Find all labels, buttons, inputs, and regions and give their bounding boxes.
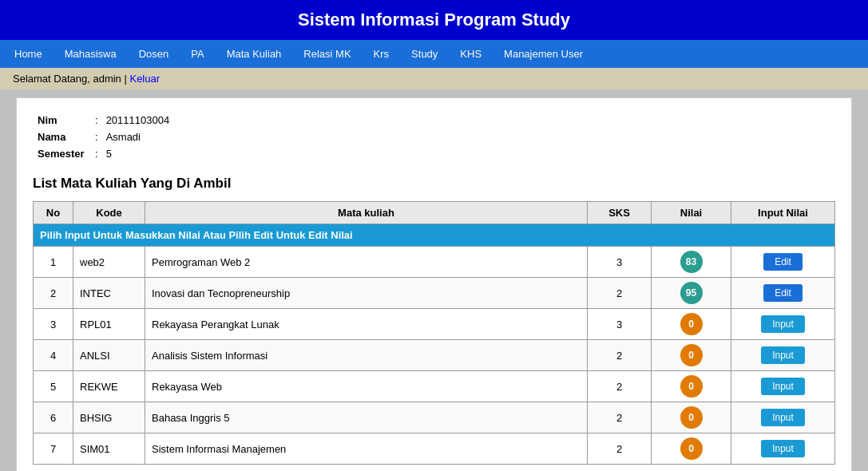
cell-matakuliah: Sistem Informasi Manajemen [145,433,588,465]
cell-no: 1 [34,247,73,278]
nama-sep: : [92,129,101,144]
table-row: 2 INTEC Inovasi dan Tecnopreneurship 2 9… [34,278,835,309]
nilai-badge: 0 [680,344,703,366]
logout-link[interactable]: Keluar [129,73,160,85]
cell-sks: 2 [588,402,652,433]
action-button[interactable]: Input [761,346,805,364]
nim-label: Nim [34,113,90,128]
welcome-text: Selamat Datang, admin | [13,73,127,85]
cell-sks: 2 [588,433,652,465]
nilai-badge: 0 [680,406,703,429]
table-row: 1 web2 Pemrograman Web 2 3 83 Edit [34,247,835,278]
nav-item-matakuliah[interactable]: Mata Kuliah [216,40,293,68]
cell-sks: 2 [588,371,652,402]
cell-sks: 3 [588,247,652,278]
cell-kode: REKWE [73,371,145,402]
cell-action: Input [731,309,835,340]
table-header-row: No Kode Mata kuliah SKS Nilai Input Nila… [34,202,835,224]
cell-no: 3 [34,309,73,340]
col-matakuliah: Mata kuliah [145,202,588,224]
cell-action: Input [731,402,835,433]
cell-no: 5 [34,371,73,402]
cell-no: 6 [34,402,73,433]
semester-label: Semester [34,146,90,161]
student-info: Nim : 20111103004 Nama : Asmadi Semester… [33,111,835,163]
cell-action: Input [731,433,835,465]
nim-value: 20111103004 [103,113,173,128]
cell-nilai: 0 [652,309,731,340]
cell-matakuliah: Rekayasa Perangkat Lunak [145,309,588,340]
nama-label: Nama [34,129,90,144]
nav-item-home[interactable]: Home [3,40,54,68]
cell-nilai: 0 [652,371,731,402]
col-input-nilai: Input Nilai [731,202,835,224]
info-row: Pilih Input Untuk Masukkan Nilai Atau Pi… [34,224,835,247]
cell-kode: web2 [73,247,145,278]
action-button[interactable]: Input [761,378,805,395]
nav-item-khs[interactable]: KHS [449,40,493,68]
welcome-bar: Selamat Datang, admin | Keluar [0,68,868,89]
page-header: Sistem Informasi Program Study [0,0,868,40]
cell-matakuliah: Inovasi dan Tecnopreneurship [145,278,588,309]
nav-item-study[interactable]: Study [400,40,449,68]
nilai-badge: 0 [680,375,703,398]
cell-sks: 2 [588,340,652,371]
action-button[interactable]: Input [761,409,805,426]
cell-kode: ANLSI [73,340,145,371]
nav-item-pa[interactable]: PA [180,40,215,68]
cell-matakuliah: Analisis Sistem Informasi [145,340,588,371]
cell-sks: 2 [588,278,652,309]
action-button[interactable]: Edit [763,284,803,302]
table-row: 5 REKWE Rekayasa Web 2 0 Input [34,371,835,402]
nav-item-dosen[interactable]: Dosen [128,40,180,68]
cell-kode: SIM01 [73,433,145,465]
cell-nilai: 0 [652,433,731,465]
col-sks: SKS [588,202,652,224]
cell-nilai: 0 [652,402,731,433]
nilai-badge: 95 [680,282,703,304]
nav-item-manajemenuser[interactable]: Manajemen User [493,40,594,68]
data-table: No Kode Mata kuliah SKS Nilai Input Nila… [33,201,835,465]
cell-kode: RPL01 [73,309,145,340]
cell-sks: 3 [588,309,652,340]
col-kode: Kode [73,202,145,224]
cell-matakuliah: Rekayasa Web [145,371,588,402]
table-row: 4 ANLSI Analisis Sistem Informasi 2 0 In… [34,340,835,371]
cell-action: Edit [731,247,835,278]
section-title: List Mata Kuliah Yang Di Ambil [33,176,835,192]
cell-kode: INTEC [73,278,145,309]
action-button[interactable]: Input [761,440,805,457]
cell-nilai: 83 [652,247,731,278]
semester-value: 5 [103,146,173,161]
table-row: 7 SIM01 Sistem Informasi Manajemen 2 0 I… [34,433,835,465]
cell-no: 7 [34,433,73,465]
nav-item-krs[interactable]: Krs [363,40,401,68]
nilai-badge: 0 [680,313,703,335]
cell-action: Input [731,340,835,371]
nav-item-mahasiswa[interactable]: Mahasiswa [54,40,128,68]
cell-nilai: 95 [652,278,731,309]
main-content: Nim : 20111103004 Nama : Asmadi Semester… [16,97,852,471]
info-text: Pilih Input Untuk Masukkan Nilai Atau Pi… [34,224,835,247]
cell-action: Edit [731,278,835,309]
table-row: 6 BHSIG Bahasa Inggris 5 2 0 Input [34,402,835,433]
nama-value: Asmadi [103,129,173,144]
header-title: Sistem Informasi Program Study [298,10,570,30]
nav-item-relasimk[interactable]: Relasi MK [292,40,362,68]
cell-matakuliah: Bahasa Inggris 5 [145,402,588,433]
action-button[interactable]: Input [761,315,805,333]
cell-matakuliah: Pemrograman Web 2 [145,247,588,278]
cell-no: 2 [34,278,73,309]
col-no: No [34,202,73,224]
cell-no: 4 [34,340,73,371]
nilai-badge: 83 [680,251,703,273]
cell-nilai: 0 [652,340,731,371]
action-button[interactable]: Edit [763,253,803,271]
semester-sep: : [92,146,101,161]
navbar: HomeMahasiswaDosenPAMata KuliahRelasi MK… [0,40,868,68]
table-row: 3 RPL01 Rekayasa Perangkat Lunak 3 0 Inp… [34,309,835,340]
cell-kode: BHSIG [73,402,145,433]
nilai-badge: 0 [680,437,703,460]
nim-sep: : [92,113,101,128]
col-nilai: Nilai [652,202,731,224]
